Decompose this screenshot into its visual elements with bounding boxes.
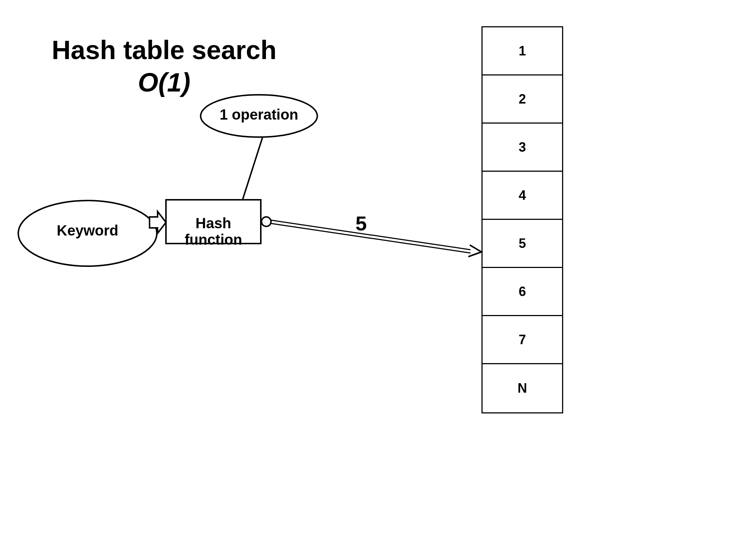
connector-operation-to-hashfn [243,137,263,200]
table-row: N [483,364,562,412]
table-row: 3 [483,124,562,172]
table-row: 2 [483,75,562,124]
table-row: 6 [483,268,562,316]
diagram-stage: Hash table search O(1) Keyword 1 operati… [0,0,747,560]
hash-output-arrow [271,220,481,257]
table-row: 5 [483,220,562,268]
complexity-label: O(1) [29,67,299,97]
hash-function-box [166,200,261,244]
operation-ellipse [201,95,317,137]
svg-line-1 [271,223,471,253]
hash-output-label: 5 [347,211,376,235]
block-arrow-icon [150,211,166,233]
diagram-title: Hash table search [29,36,299,64]
interface-lollipop-icon [262,217,271,226]
hash-function-label: Hash function [168,215,259,248]
hash-table: 1 2 3 4 5 6 7 N [481,26,563,413]
table-row: 7 [483,316,562,364]
svg-line-0 [271,220,471,250]
keyword-label: Keyword [22,222,153,239]
operation-label: 1 operation [204,106,314,123]
keyword-ellipse [18,201,157,266]
table-row: 1 [483,27,562,75]
table-row: 4 [483,172,562,220]
